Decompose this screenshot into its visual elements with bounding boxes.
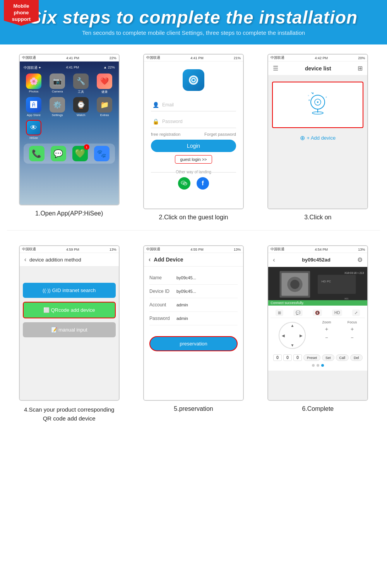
- back-icon-5[interactable]: ‹: [149, 256, 151, 263]
- mute-icon[interactable]: 🔇: [313, 309, 322, 316]
- ios-app-grid: 🌸 Photos 📷 Camera 🔧 工具 ❤️ 健康: [24, 74, 115, 140]
- facebook-login-icon[interactable]: f: [197, 177, 209, 190]
- battery-5: 13%: [234, 248, 241, 251]
- speech-icon[interactable]: 💬: [293, 309, 303, 316]
- page-subtitle: Ten seconds to complete mobile client Se…: [0, 29, 387, 36]
- del-button[interactable]: Del: [350, 354, 363, 361]
- set-button[interactable]: Set: [322, 354, 334, 361]
- focus-minus[interactable]: －: [349, 334, 355, 341]
- battery-4: 13%: [110, 248, 116, 251]
- expand-icon[interactable]: ⤢: [352, 309, 360, 316]
- app-watch[interactable]: ⌚ Watch: [71, 97, 91, 117]
- battery-1: 22%: [110, 56, 116, 60]
- app-settings[interactable]: ⚙️ Settings: [47, 97, 68, 117]
- steps-bottom-row: 中国联通 4:59 PM 13% ‹ device addition metho…: [0, 236, 387, 427]
- preservation-button[interactable]: preservation: [149, 336, 238, 351]
- dock-messages[interactable]: 💬: [51, 146, 66, 161]
- live-video-area: HD PC X18:03:18 ≈ 213 X01 Connect succes…: [268, 267, 367, 306]
- form-password-label: Password: [149, 316, 176, 321]
- zoom-plus[interactable]: ＋: [324, 326, 329, 333]
- social-icons-row: f: [151, 177, 236, 190]
- svg-point-2: [192, 79, 195, 81]
- svg-point-14: [308, 99, 310, 101]
- step-1-col: 中国联通 4:41 PM 22% 中国联通 ✦4:41 PM▲ 22% 🌸 Ph…: [7, 54, 131, 221]
- form-password-value: admin: [176, 316, 188, 321]
- header-banner: Mobile phone support Six steps to comple…: [0, 0, 387, 44]
- manual-label: manual input: [58, 327, 87, 333]
- step-6-label: 6.Complete: [302, 405, 334, 412]
- preset-input-1[interactable]: [273, 354, 282, 361]
- menu-icon[interactable]: ☰: [273, 65, 278, 72]
- svg-point-8: [185, 183, 186, 184]
- ptz-down[interactable]: ▼: [290, 343, 294, 347]
- ptz-up[interactable]: ▲: [290, 323, 294, 328]
- qrcode-add-button[interactable]: ⬜ QRcode add device: [23, 302, 116, 318]
- zoom-minus[interactable]: －: [324, 334, 329, 341]
- app-camera[interactable]: 📷 Camera: [47, 74, 68, 94]
- preset-input-2[interactable]: [283, 354, 292, 361]
- settings-gear-icon[interactable]: ⚙: [357, 256, 363, 263]
- guest-login-button[interactable]: guest login >>: [175, 155, 212, 164]
- app-health[interactable]: ❤️ 健康: [94, 74, 115, 94]
- ptz-arrows: ▲ ◀ ▶ ▼: [279, 323, 305, 348]
- live-feed-svg: HD PC X18:03:18 ≈ 213 X01: [268, 267, 367, 306]
- ptz-right[interactable]: ▶: [300, 333, 303, 338]
- preset-row: Preset Set Call Del: [271, 353, 365, 362]
- carrier-6: 中国联通: [271, 247, 284, 252]
- photos-icon: 🌸: [26, 74, 41, 89]
- preset-input-3[interactable]: [293, 354, 302, 361]
- svg-point-7: [184, 183, 185, 184]
- free-registration-link[interactable]: free registration: [151, 132, 180, 137]
- qrcode-label: QRcode add device: [51, 307, 95, 313]
- login-button[interactable]: Login: [151, 140, 236, 152]
- forget-password-link[interactable]: Forget password: [204, 132, 236, 137]
- svg-point-16: [308, 95, 309, 96]
- login-links-row: free registration Forget password: [151, 132, 236, 137]
- control-icons-row: ⊞ 💬 🔇 HD ⤢: [271, 308, 365, 318]
- svg-point-11: [317, 101, 319, 103]
- phone-4-frame: 中国联通 4:59 PM 13% ‹ device addition metho…: [19, 245, 120, 401]
- back-icon[interactable]: ‹: [24, 256, 26, 263]
- ptz-left[interactable]: ◀: [282, 333, 285, 338]
- app-hisee[interactable]: 👁 HiSee: [24, 120, 44, 140]
- battery-2: 21%: [234, 56, 241, 60]
- carrier-5: 中国联通: [146, 247, 160, 252]
- app-tools[interactable]: 🔧 工具: [71, 74, 91, 94]
- gid-search-button[interactable]: ((·)) GID intranet search: [23, 283, 116, 298]
- preset-button[interactable]: Preset: [303, 354, 320, 361]
- dock-wechat[interactable]: 💚 1: [72, 146, 88, 161]
- password-field[interactable]: 🔒 Password: [151, 115, 236, 128]
- svg-text:X18:03:18 ≈ 213: X18:03:18 ≈ 213: [344, 272, 364, 274]
- call-button[interactable]: Call: [336, 354, 349, 361]
- wechat-login-icon[interactable]: [178, 177, 190, 190]
- manual-input-button[interactable]: 📝 manual input: [23, 322, 116, 337]
- email-field[interactable]: 👤 Email: [151, 99, 236, 111]
- account-label: Account: [149, 302, 176, 308]
- ios-dock: 📞 💬 💚 1 🐾: [24, 144, 115, 164]
- name-label: Name: [149, 275, 176, 280]
- add-device-form-header: ‹ Add Device: [144, 253, 243, 267]
- ios-home-screen: 中国联通 ✦4:41 PM▲ 22% 🌸 Photos 📷 Camera 🔧 工…: [20, 62, 119, 205]
- dot-1: [312, 364, 315, 367]
- live-controls: ⊞ 💬 🔇 HD ⤢ ▲ ◀: [268, 306, 367, 371]
- svg-rect-24: [318, 275, 356, 294]
- dock-phone[interactable]: 📞: [29, 146, 45, 161]
- app-appstore[interactable]: 🅰 App Store: [24, 97, 44, 117]
- svg-point-15: [326, 97, 327, 98]
- grid-icon[interactable]: ⊞: [358, 65, 363, 72]
- hisee-logo: [183, 69, 204, 91]
- app-photos[interactable]: 🌸 Photos: [24, 74, 44, 94]
- step-2-label: 2.Click on the guest login: [159, 214, 228, 221]
- svg-text:HD PC: HD PC: [322, 280, 331, 283]
- back-icon-6[interactable]: ‹: [273, 256, 275, 263]
- app-extras[interactable]: 📁 Extras: [94, 97, 115, 117]
- page-title: Six steps to complete the installation: [0, 7, 387, 28]
- grid-ctrl-icon[interactable]: ⊞: [276, 309, 283, 316]
- focus-plus[interactable]: ＋: [349, 326, 355, 333]
- hd-label[interactable]: HD: [332, 309, 342, 316]
- ptz-zoom-row: ▲ ◀ ▶ ▼ Zoom ＋: [271, 318, 365, 353]
- dock-baidu[interactable]: 🐾: [94, 146, 110, 161]
- add-device-button[interactable]: ⊕ + Add device: [268, 134, 367, 142]
- lock-icon: 🔒: [152, 118, 159, 125]
- manual-icon: 📝: [51, 327, 57, 333]
